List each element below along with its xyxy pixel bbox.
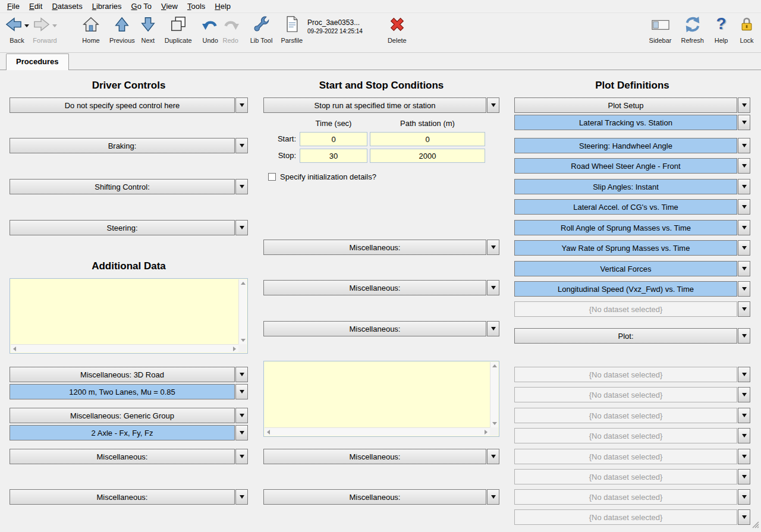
plot-dropdown-1[interactable]: Lateral Tracking vs. Station	[514, 115, 750, 130]
no-dataset-value[interactable]: {No dataset selected}	[514, 387, 737, 402]
menu-file[interactable]: File	[2, 1, 24, 12]
dropdown-arrow-icon[interactable]	[235, 179, 248, 194]
misc-label[interactable]: Miscellaneous:	[263, 280, 486, 295]
init-details-checkbox-row[interactable]: Specify initialization details?	[268, 172, 376, 181]
dropdown-arrow-icon[interactable]	[738, 199, 750, 215]
steering-label[interactable]: Steering:	[10, 220, 235, 235]
plot-dataset-value[interactable]: Steering: Handwheel Angle	[514, 138, 737, 153]
plot-slot-dropdown-8[interactable]: {No dataset selected}	[514, 509, 750, 525]
speed-control-dropdown[interactable]: Do not specify speed control here	[10, 97, 248, 113]
plot-label-dropdown[interactable]: Plot:	[514, 328, 750, 344]
duplicate-button[interactable]: Duplicate	[165, 13, 192, 44]
dropdown-arrow-icon[interactable]	[738, 179, 750, 194]
previous-button[interactable]: Previous	[109, 13, 135, 44]
back-history-caret-icon[interactable]	[24, 24, 29, 27]
plot-dataset-value[interactable]: Vertical Forces	[514, 261, 737, 276]
misc-label[interactable]: Miscellaneous:	[263, 489, 486, 505]
dropdown-arrow-icon[interactable]	[235, 138, 248, 153]
menu-edit[interactable]: Edit	[24, 1, 47, 12]
plot-slot-dropdown-5[interactable]: {No dataset selected}	[514, 449, 750, 464]
additional-data-text[interactable]	[12, 280, 237, 343]
dropdown-arrow-icon[interactable]	[738, 367, 750, 382]
menu-view[interactable]: View	[156, 1, 183, 12]
no-dataset-value[interactable]: {No dataset selected}	[514, 489, 737, 505]
dropdown-arrow-icon[interactable]	[235, 384, 248, 399]
start-time-field[interactable]: 0	[300, 132, 367, 146]
misc-3d-road-dropdown[interactable]: Miscellaneous: 3D Road	[10, 367, 248, 382]
scroll-left-icon[interactable]	[13, 347, 16, 351]
stop-station-field[interactable]: 2000	[370, 149, 485, 163]
no-dataset-value[interactable]: {No dataset selected}	[514, 408, 737, 423]
delete-button[interactable]: Delete	[388, 13, 407, 44]
scroll-up-icon[interactable]	[241, 282, 246, 285]
menu-libraries[interactable]: Libraries	[87, 1, 127, 12]
dropdown-arrow-icon[interactable]	[235, 367, 248, 382]
plot-slot-dropdown-4[interactable]: {No dataset selected}	[514, 428, 750, 443]
scroll-down-icon[interactable]	[241, 339, 246, 342]
dropdown-arrow-icon[interactable]	[738, 328, 750, 344]
lib-tool-button[interactable]: Lib Tool	[250, 13, 273, 44]
misc-dropdown-3[interactable]: Miscellaneous:	[263, 240, 499, 255]
plot-dataset-value[interactable]: Roll Angle of Sprung Masses vs. Time	[514, 220, 737, 235]
braking-label[interactable]: Braking:	[10, 138, 235, 153]
dropdown-arrow-icon[interactable]	[487, 280, 499, 295]
plot-label[interactable]: Plot:	[514, 328, 737, 344]
dropdown-arrow-icon[interactable]	[738, 220, 750, 235]
next-button[interactable]: Next	[140, 13, 156, 44]
plot-dataset-value[interactable]: Yaw Rate of Sprung Masses vs. Time	[514, 240, 737, 256]
plot-slot-dropdown-6[interactable]: {No dataset selected}	[514, 469, 750, 484]
misc-label[interactable]: Miscellaneous:	[263, 449, 486, 464]
start-station-field[interactable]: 0	[370, 132, 485, 146]
start-stop-notes-text[interactable]	[266, 363, 489, 426]
dropdown-arrow-icon[interactable]	[738, 115, 750, 130]
plot-dropdown-9[interactable]: Longitudinal Speed (Vxz_Fwd) vs. Time	[514, 281, 750, 297]
dropdown-arrow-icon[interactable]	[738, 449, 750, 464]
dropdown-arrow-icon[interactable]	[738, 428, 750, 443]
vertical-scrollbar[interactable]	[238, 279, 247, 344]
plot-dropdown-7[interactable]: Yaw Rate of Sprung Masses vs. Time	[514, 240, 750, 256]
dropdown-arrow-icon[interactable]	[487, 449, 499, 464]
misc-label[interactable]: Miscellaneous:	[10, 449, 235, 464]
misc-dropdown-4[interactable]: Miscellaneous:	[263, 280, 499, 295]
dropdown-arrow-icon[interactable]	[738, 158, 750, 174]
misc-dropdown-1[interactable]: Miscellaneous:	[10, 449, 248, 464]
dropdown-arrow-icon[interactable]	[738, 301, 750, 317]
parsfile-button[interactable]: Parsfile	[281, 13, 303, 44]
plot-dataset-value[interactable]: Lateral Tracking vs. Station	[514, 115, 737, 130]
no-dataset-value[interactable]: {No dataset selected}	[514, 449, 737, 464]
plot-dropdown-4[interactable]: Slip Angles: Instant	[514, 179, 750, 194]
plot-dropdown-3[interactable]: Road Wheel Steer Angle - Front	[514, 158, 750, 174]
horizontal-scrollbar[interactable]	[11, 344, 238, 352]
dropdown-arrow-icon[interactable]	[738, 408, 750, 423]
additional-data-textarea[interactable]	[10, 278, 248, 354]
dropdown-arrow-icon[interactable]	[235, 449, 248, 464]
menu-help[interactable]: Help	[210, 1, 235, 12]
misc-3d-road-label[interactable]: Miscellaneous: 3D Road	[10, 367, 235, 382]
road-dataset-dropdown[interactable]: 1200 m, Two Lanes, Mu = 0.85	[10, 384, 248, 399]
plot-dataset-value[interactable]: Slip Angles: Instant	[514, 179, 737, 194]
misc-dropdown-6[interactable]: Miscellaneous:	[263, 449, 499, 464]
lock-button[interactable]: Lock	[738, 13, 755, 44]
dropdown-arrow-icon[interactable]	[487, 240, 499, 255]
back-button[interactable]: Back	[5, 13, 29, 44]
plot-dropdown-8[interactable]: Vertical Forces	[514, 261, 750, 276]
help-button[interactable]: ?? Help	[713, 13, 729, 44]
generic-dataset-value[interactable]: 2 Axle - Fx, Fy, Fz	[10, 425, 235, 440]
dropdown-arrow-icon[interactable]	[738, 281, 750, 297]
dropdown-arrow-icon[interactable]	[235, 425, 248, 440]
scroll-right-icon[interactable]	[233, 347, 236, 351]
scroll-down-icon[interactable]	[492, 422, 497, 425]
speed-control-value[interactable]: Do not specify speed control here	[10, 97, 235, 113]
scroll-right-icon[interactable]	[485, 430, 488, 435]
dropdown-arrow-icon[interactable]	[738, 469, 750, 484]
no-dataset-value[interactable]: {No dataset selected}	[514, 469, 737, 484]
generic-dataset-dropdown[interactable]: 2 Axle - Fx, Fy, Fz	[10, 425, 248, 440]
road-dataset-value[interactable]: 1200 m, Two Lanes, Mu = 0.85	[10, 384, 235, 399]
misc-dropdown-7[interactable]: Miscellaneous:	[263, 489, 499, 505]
dropdown-arrow-icon[interactable]	[235, 220, 248, 235]
plot-dropdown-5[interactable]: Lateral Accel. of CG's vs. Time	[514, 199, 750, 215]
plot-dataset-value[interactable]: Lateral Accel. of CG's vs. Time	[514, 199, 737, 215]
misc-generic-group-label[interactable]: Miscellaneous: Generic Group	[10, 408, 235, 423]
dropdown-arrow-icon[interactable]	[235, 408, 248, 423]
plot-dropdown-6[interactable]: Roll Angle of Sprung Masses vs. Time	[514, 220, 750, 235]
